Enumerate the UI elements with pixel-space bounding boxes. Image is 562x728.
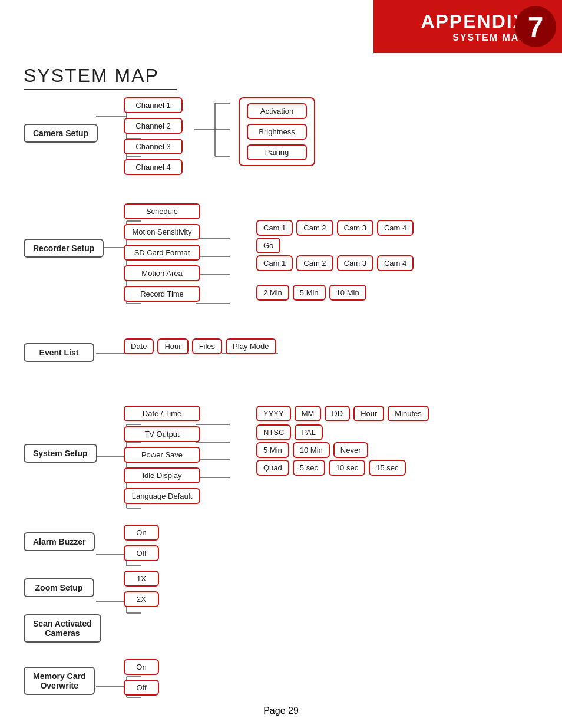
id-5sec: 5 sec — [293, 460, 325, 476]
scan-activated-label: Scan ActivatedCameras — [24, 614, 101, 643]
alarm-off: Off — [124, 545, 159, 561]
header: APPENDIX SYSTEM MAP 7 — [373, 0, 562, 53]
hour-box: Hour — [157, 338, 188, 354]
idle-display-box: Idle Display — [124, 467, 200, 483]
system-setup-text: System Setup — [33, 449, 88, 458]
mc-on: On — [124, 659, 159, 675]
event-list-text: Event List — [39, 348, 79, 357]
channel-1-box: Channel 1 — [124, 97, 183, 113]
zoom-items: 1X 2X — [124, 571, 159, 607]
rt-5min: 5 Min — [293, 285, 326, 301]
header-appendix: APPENDIX — [421, 11, 527, 32]
header-text: APPENDIX SYSTEM MAP — [421, 11, 527, 43]
schedule-box: Schedule — [124, 203, 200, 219]
pal-box: PAL — [295, 424, 323, 440]
ps-10min: 10 Min — [293, 442, 330, 458]
play-mode-box: Play Mode — [226, 338, 276, 354]
scan-activated-section: Scan ActivatedCameras — [24, 614, 101, 643]
language-default-box: Language Default — [124, 488, 200, 504]
ma-cam1: Cam 1 — [256, 255, 293, 271]
camera-setup-text: Camera Setup — [33, 129, 88, 138]
alarm-buzzer-text: Alarm Buzzer — [33, 537, 85, 546]
sd-card-subs: Go — [256, 238, 280, 253]
mm-box: MM — [295, 406, 322, 421]
system-setup-label: System Setup — [24, 444, 97, 463]
rt-2min: 2 Min — [256, 285, 289, 301]
header-system-map: SYSTEM MAP — [421, 32, 527, 43]
id-15sec: 15 sec — [369, 460, 405, 476]
alarm-buzzer-label: Alarm Buzzer — [24, 532, 95, 551]
dd-box: DD — [325, 406, 350, 421]
motion-area-subs: Cam 1 Cam 2 Cam 3 Cam 4 — [256, 255, 414, 271]
channel-2-box: Channel 2 — [124, 118, 183, 134]
ms-cam1: Cam 1 — [256, 220, 293, 236]
ntsc-box: NTSC — [256, 424, 291, 440]
ps-5min: 5 Min — [256, 442, 289, 458]
channel-3-box: Channel 3 — [124, 139, 183, 154]
ms-cam2: Cam 2 — [296, 220, 333, 236]
hour-dt-box: Hour — [353, 406, 384, 421]
ma-cam4: Cam 4 — [377, 255, 414, 271]
page-number-text: Page 29 — [263, 706, 299, 716]
record-time-subs: 2 Min 5 Min 10 Min — [256, 285, 366, 301]
brightness-box: Brightness — [247, 124, 307, 140]
idle-display-subs: Quad 5 sec 10 sec 15 sec — [256, 460, 406, 476]
zoom-setup-text: Zoom Setup — [35, 583, 83, 592]
rt-10min: 10 Min — [329, 285, 366, 301]
channel-boxes: Channel 1 Channel 2 Channel 3 Channel 4 — [124, 97, 183, 175]
sd-card-format-box: SD Card Format — [124, 245, 200, 261]
tv-output-box: TV Output — [124, 426, 200, 442]
activation-group: Activation Brightness Pairing — [239, 97, 315, 166]
event-list-items: Date Hour Files Play Mode — [124, 338, 276, 354]
ma-cam2: Cam 2 — [296, 255, 333, 271]
scan-activated-text: Scan ActivatedCameras — [33, 619, 92, 638]
activation-box: Activation — [247, 103, 307, 119]
go-box: Go — [256, 238, 280, 253]
tv-output-subs: NTSC PAL — [256, 424, 323, 440]
id-10sec: 10 sec — [329, 460, 365, 476]
memory-card-text: Memory CardOverwrite — [33, 671, 85, 690]
recorder-items: Schedule Motion Sensitivity SD Card Form… — [124, 203, 200, 302]
memory-card-items: On Off — [124, 659, 159, 696]
alarm-on: On — [124, 525, 159, 541]
date-time-box: Date / Time — [124, 406, 200, 421]
files-box: Files — [192, 338, 222, 354]
record-time-box: Record Time — [124, 286, 200, 302]
alarm-buzzer-items: On Off — [124, 525, 159, 561]
recorder-setup-label: Recorder Setup — [24, 239, 104, 258]
power-save-subs: 5 Min 10 Min Never — [256, 442, 368, 458]
motion-sensitivity-box: Motion Sensitivity — [124, 224, 200, 240]
zoom-1x: 1X — [124, 571, 159, 587]
zoom-2x: 2X — [124, 591, 159, 607]
event-list-label: Event List — [24, 343, 94, 362]
mc-off: Off — [124, 680, 159, 696]
id-quad: Quad — [256, 460, 289, 476]
yyyy-box: YYYY — [256, 406, 291, 421]
camera-setup-label: Camera Setup — [24, 124, 98, 143]
ma-cam3: Cam 3 — [337, 255, 373, 271]
ps-never: Never — [333, 442, 368, 458]
page-number: Page 29 — [0, 706, 562, 716]
system-items: Date / Time TV Output Power Save Idle Di… — [124, 406, 200, 504]
memory-card-label: Memory CardOverwrite — [24, 667, 95, 695]
page-title: SYSTEM MAP — [24, 65, 177, 90]
header-number: 7 — [515, 6, 556, 47]
ms-cam3: Cam 3 — [337, 220, 373, 236]
motion-sensitivity-subs: Cam 1 Cam 2 Cam 3 Cam 4 — [256, 220, 414, 236]
channel-4-box: Channel 4 — [124, 159, 183, 175]
minutes-box: Minutes — [388, 406, 429, 421]
power-save-box: Power Save — [124, 447, 200, 463]
pairing-box: Pairing — [247, 144, 307, 160]
motion-area-box: Motion Area — [124, 265, 200, 281]
date-time-subs: YYYY MM DD Hour Minutes — [256, 406, 429, 421]
ms-cam4: Cam 4 — [377, 220, 414, 236]
zoom-setup-label: Zoom Setup — [24, 578, 94, 597]
date-box: Date — [124, 338, 154, 354]
recorder-setup-text: Recorder Setup — [33, 243, 94, 253]
